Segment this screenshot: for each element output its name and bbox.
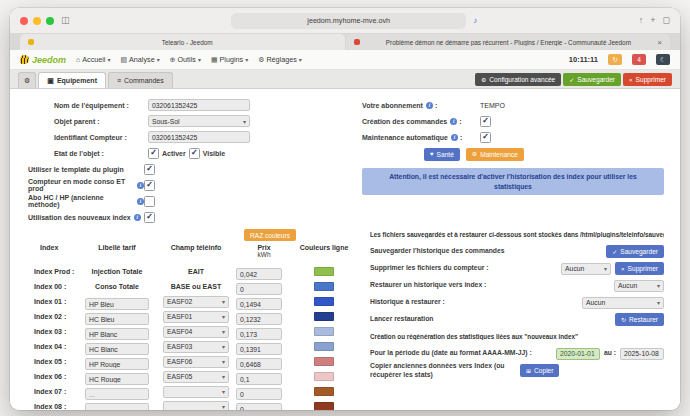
color-swatch[interactable] <box>314 342 334 351</box>
raz-couleurs-button[interactable]: RAZ couleurs <box>244 229 296 241</box>
night-mode-button[interactable]: ☾ <box>656 54 670 65</box>
chevron-down-icon: ▾ <box>299 56 302 63</box>
browser-tab-other[interactable]: Problème démon ne démarre pas récurrent … <box>346 34 671 50</box>
chevron-down-icon: ▾ <box>222 328 225 335</box>
create-commands-label: Création des commandesi <box>362 118 480 125</box>
color-swatch[interactable] <box>314 402 334 410</box>
abo-hchp-label: Abo HC / HP (ancienne méthode)i <box>26 194 144 208</box>
advanced-config-button[interactable]: ⚙ Configuration avancée <box>475 73 561 86</box>
champ-select[interactable]: EASF03▾ <box>163 341 229 353</box>
tab-overview-icon[interactable]: ◻ <box>663 16 670 25</box>
sante-button[interactable]: ♥ Santé <box>424 148 460 161</box>
sidebar-icon[interactable]: ◫ <box>61 16 70 25</box>
tarif-static: Injection Totale <box>78 268 156 275</box>
restore-button[interactable]: ↻ Restaurer <box>615 313 664 326</box>
color-swatch[interactable] <box>314 267 334 276</box>
audio-icon[interactable]: ♪ <box>473 16 477 25</box>
browser-chrome: ◫ jeedom.myhome-mve.ovh ♪ ↑ + ◻ <box>10 8 680 33</box>
info-icon[interactable]: i <box>450 118 457 125</box>
zoom-window-button[interactable] <box>46 17 54 25</box>
champ-select[interactable]: EASF02▾ <box>163 296 229 308</box>
delete-files-select[interactable]: Aucun ▾ <box>561 263 611 275</box>
champ-select[interactable]: EASF01▾ <box>163 311 229 323</box>
menu-analyse[interactable]: ▧ Analyse ▾ <box>120 55 159 64</box>
date-from-input[interactable] <box>556 348 600 360</box>
equipment-name-input[interactable] <box>148 99 250 111</box>
nouveaux-index-checkbox[interactable] <box>144 212 155 223</box>
tab-equipement[interactable]: ▣ Equipement <box>38 72 106 88</box>
activer-checkbox[interactable] <box>148 148 159 159</box>
browser-window: ◫ jeedom.myhome-mve.ovh ♪ ↑ + ◻ Telearlo… <box>10 8 680 410</box>
date-to-input[interactable] <box>620 348 664 360</box>
parent-object-select[interactable]: Sous-Sol ▾ <box>148 115 250 127</box>
new-tab-icon[interactable]: + <box>650 16 655 25</box>
browser-tab-current[interactable]: Telearlo - Jeedom <box>20 34 345 50</box>
champ-select[interactable]: EASF06▾ <box>163 356 229 368</box>
tools-icon: ⊕ <box>170 56 176 64</box>
use-template-checkbox[interactable] <box>144 164 155 175</box>
history-select[interactable]: Aucun ▾ <box>582 297 664 309</box>
share-icon[interactable]: ↑ <box>639 16 644 25</box>
chevron-down-icon: ▾ <box>222 313 225 320</box>
copy-button[interactable]: ⊞ Copier <box>520 364 559 377</box>
info-icon[interactable]: i <box>137 198 144 205</box>
address-bar[interactable]: jeedom.myhome-mve.ovh <box>231 13 466 29</box>
save-button[interactable]: ✓ Sauvegarder <box>563 73 621 86</box>
conso-prod-checkbox[interactable] <box>144 180 155 191</box>
tab-commandes[interactable]: ≡ Commandes <box>108 72 173 88</box>
jeedom-logo[interactable]: Jeedom <box>20 55 66 65</box>
backup-path-title: Les fichiers sauvegardés et à restaurer … <box>370 231 664 238</box>
tab-gear[interactable]: ⚙ <box>18 72 36 88</box>
color-swatch[interactable] <box>314 312 334 321</box>
history-label: Historique à restaurer : <box>370 298 582 306</box>
champ-select[interactable]: EASF04▾ <box>163 326 229 338</box>
chevron-down-icon: ▾ <box>657 282 660 289</box>
color-swatch[interactable] <box>314 372 334 381</box>
champ-select[interactable]: ▾ <box>163 401 229 411</box>
period-label: Pour la période du (date au format AAAA-… <box>370 349 556 357</box>
maintenance-button[interactable]: ⚙ Maintenance <box>466 148 524 161</box>
abo-hchp-checkbox[interactable] <box>144 196 155 207</box>
restore-icon: ↻ <box>621 317 626 323</box>
color-swatch[interactable] <box>314 282 334 291</box>
tab-label: Problème démon ne démarre pas récurrent … <box>364 39 654 46</box>
color-swatch[interactable] <box>314 357 334 366</box>
tarif-input[interactable] <box>85 403 149 410</box>
close-window-button[interactable] <box>20 17 28 25</box>
info-icon[interactable]: i <box>451 134 458 141</box>
minimize-window-button[interactable] <box>33 17 41 25</box>
color-swatch[interactable] <box>314 297 334 306</box>
menu-accueil[interactable]: ⌂ Accueil ▾ <box>76 55 110 64</box>
gear-icon: ⚙ <box>481 77 486 83</box>
refresh-icon: ↻ <box>612 56 617 64</box>
chevron-down-icon: ▾ <box>222 343 225 350</box>
prix-input[interactable] <box>236 403 282 410</box>
auto-maintenance-checkbox[interactable] <box>480 132 491 143</box>
update-badge[interactable]: ↻ <box>608 54 622 65</box>
restore-index-select[interactable]: Aucun ▾ <box>614 280 664 292</box>
champ-select[interactable]: ▾ <box>163 386 229 398</box>
menu-plugins[interactable]: ▦ Plugins ▾ <box>211 55 248 64</box>
chart-icon: ▧ <box>120 56 127 64</box>
message-count-badge[interactable]: 4 <box>632 54 646 65</box>
color-swatch[interactable] <box>314 327 334 336</box>
visible-checkbox[interactable] <box>189 148 200 159</box>
save-history-button[interactable]: ✓ Sauvegarder <box>606 245 664 258</box>
restore-index-label: Restaurer un historique vers index : <box>370 281 614 289</box>
close-icon[interactable]: × <box>657 38 662 47</box>
info-icon[interactable]: i <box>134 214 141 221</box>
menu-reglages[interactable]: ⚙ Réglages ▾ <box>258 55 302 64</box>
index-label: Index 06 : <box>26 373 78 380</box>
trash-icon: × <box>621 266 625 272</box>
info-icon[interactable]: i <box>426 102 433 109</box>
chevron-down-icon: ▾ <box>198 56 201 63</box>
info-icon[interactable]: i <box>137 182 144 189</box>
table-row: Index 07 : ▾ <box>26 384 356 399</box>
delete-button[interactable]: × Supprimer <box>623 73 672 86</box>
champ-select[interactable]: EASF05▾ <box>163 371 229 383</box>
create-commands-checkbox[interactable] <box>480 116 491 127</box>
color-swatch[interactable] <box>314 387 334 396</box>
delete-files-button[interactable]: × Supprimer <box>615 262 664 275</box>
menu-outils[interactable]: ⊕ Outils ▾ <box>170 55 201 64</box>
meter-id-input[interactable] <box>148 131 250 143</box>
